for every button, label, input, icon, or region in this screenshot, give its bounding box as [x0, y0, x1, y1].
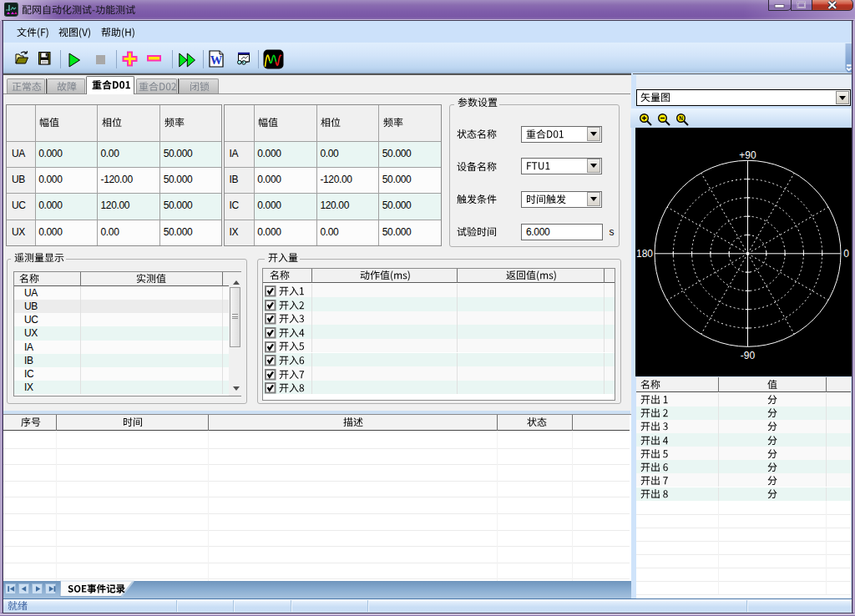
svg-text:+90: +90 [739, 149, 756, 161]
svg-text:180: 180 [636, 248, 653, 260]
svg-text:N: N [679, 115, 683, 121]
svg-text:-90: -90 [741, 350, 756, 361]
svg-text:0: 0 [843, 248, 849, 260]
svg-text:W: W [210, 53, 223, 67]
